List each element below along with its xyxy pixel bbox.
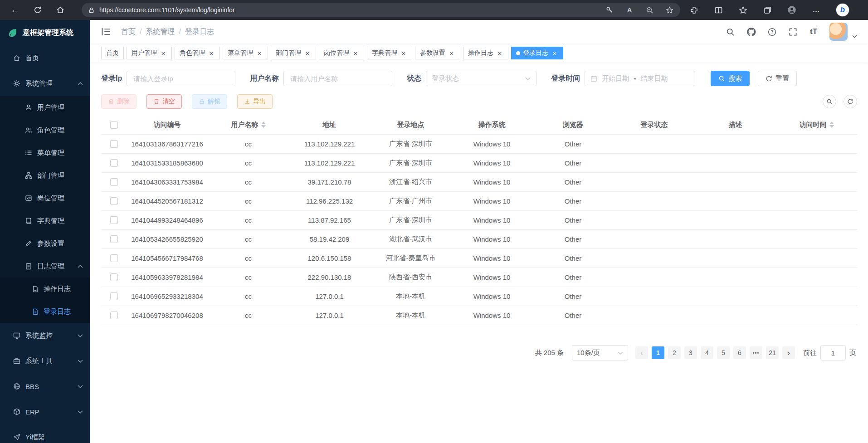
favorites-star-icon[interactable] [738, 5, 747, 15]
tab[interactable]: 操作日志 × [463, 47, 508, 59]
page-number-button[interactable]: 3 [684, 346, 697, 359]
login-ip-input[interactable] [127, 71, 235, 86]
sidebar-item-menu-management[interactable]: 菜单管理 [0, 141, 90, 164]
page-size-select[interactable]: 10条/页 [572, 345, 628, 360]
sidebar-item-yi-framework[interactable]: Yi框架 [0, 424, 90, 443]
sidebar-item-log-management[interactable]: 日志管理 [0, 255, 90, 277]
add-favorite-star-icon[interactable] [665, 5, 674, 15]
tab-close-icon[interactable]: × [304, 49, 311, 57]
font-size-button[interactable]: tT [809, 27, 819, 37]
help-button[interactable]: ? [767, 27, 777, 37]
row-checkbox[interactable] [110, 273, 118, 281]
sidebar-item-user-management[interactable]: 用户管理 [0, 96, 90, 119]
sidebar-item-system-monitor[interactable]: 系统监控 [0, 323, 90, 348]
page-number-button[interactable]: 5 [717, 346, 730, 359]
reset-button[interactable]: 重置 [758, 71, 797, 86]
tab-close-icon[interactable]: × [448, 49, 455, 57]
app-logo[interactable]: 意框架管理系统 [0, 20, 90, 45]
tab-close-icon[interactable]: × [256, 49, 263, 57]
sidebar-item-department-management[interactable]: 部门管理 [0, 164, 90, 187]
collections-icon[interactable] [763, 5, 772, 15]
tab[interactable]: 字典管理 × [367, 47, 412, 59]
tab[interactable]: 岗位管理 × [319, 47, 364, 59]
last-page-button[interactable]: 21 [766, 346, 779, 359]
toggle-search-button[interactable] [823, 95, 836, 108]
row-checkbox[interactable] [110, 254, 118, 262]
tab-close-icon[interactable]: × [400, 49, 407, 57]
row-checkbox[interactable] [110, 178, 118, 186]
address-bar[interactable]: https://ccnetcore.com:1101/system/log/lo… [82, 3, 680, 17]
sidebar-item-erp[interactable]: ERP [0, 399, 90, 424]
browser-profile-icon[interactable] [787, 5, 796, 15]
sort-icon[interactable] [829, 122, 834, 128]
tab-close-icon[interactable]: × [352, 49, 359, 57]
username-input[interactable] [283, 71, 392, 86]
refresh-table-button[interactable] [844, 95, 857, 108]
sidebar-item-operation-log[interactable]: 操作日志 [0, 277, 90, 300]
tab-close-icon[interactable]: × [160, 49, 167, 57]
tab[interactable]: 用户管理 × [127, 47, 172, 59]
browser-home-button[interactable] [53, 2, 68, 18]
sidebar-item-role-management[interactable]: 角色管理 [0, 119, 90, 141]
row-checkbox[interactable] [110, 312, 118, 319]
unlock-button[interactable]: 解锁 [192, 94, 227, 109]
tab[interactable]: 参数设置 × [415, 47, 460, 59]
breadcrumb-home[interactable]: 首页 [121, 27, 136, 37]
tab[interactable]: 首页 × [101, 47, 124, 59]
split-screen-icon[interactable] [714, 5, 723, 15]
tab[interactable]: 部门管理 × [271, 47, 316, 59]
date-range-picker[interactable]: 开始日期 - 结束日期 [585, 71, 695, 86]
password-key-icon[interactable] [605, 5, 614, 15]
sidebar-item-dictionary-management[interactable]: 字典管理 [0, 209, 90, 232]
row-checkbox[interactable] [110, 140, 118, 148]
user-avatar[interactable] [829, 23, 848, 41]
goto-page-input[interactable] [820, 345, 846, 360]
page-number-button[interactable]: 4 [701, 346, 713, 359]
sidebar-item-system-management[interactable]: 系统管理 [0, 71, 90, 96]
sidebar-item-system-tools[interactable]: 系统工具 [0, 348, 90, 374]
tab-close-icon[interactable]: × [208, 49, 215, 57]
column-header-visit-time[interactable]: 访问时间 [776, 115, 857, 134]
prev-page-button[interactable]: ‹ [635, 346, 648, 359]
sort-icon[interactable] [261, 122, 266, 128]
row-checkbox[interactable] [110, 216, 118, 224]
tab[interactable]: 角色管理 × [175, 47, 220, 59]
delete-button[interactable]: 删除 [101, 94, 137, 109]
search-button[interactable]: 搜索 [711, 71, 750, 86]
browser-back-button[interactable]: ← [7, 2, 23, 18]
sidebar-item-home[interactable]: 首页 [0, 45, 90, 71]
page-number-button[interactable]: 2 [668, 346, 681, 359]
tab-close-icon[interactable]: × [496, 49, 503, 57]
clear-button[interactable]: 清空 [146, 94, 182, 109]
browser-refresh-button[interactable] [30, 2, 45, 18]
fullscreen-button[interactable] [788, 27, 798, 37]
more-pages-button[interactable]: ••• [750, 346, 762, 359]
header-search-button[interactable] [725, 27, 735, 37]
tab[interactable]: 菜单管理 × [223, 47, 268, 59]
row-checkbox[interactable] [110, 197, 118, 205]
export-button[interactable]: 导出 [237, 94, 273, 109]
browser-settings-menu-icon[interactable]: … [812, 5, 821, 15]
sidebar-item-post-management[interactable]: 岗位管理 [0, 187, 90, 209]
page-number-button[interactable]: 6 [733, 346, 746, 359]
sidebar-item-parameter-settings[interactable]: 参数设置 [0, 232, 90, 255]
sidebar-item-bbs[interactable]: BBS [0, 374, 90, 399]
sidebar-item-login-log[interactable]: 登录日志 [0, 300, 90, 323]
select-all-checkbox[interactable] [110, 121, 118, 129]
bing-discover-icon[interactable]: b [836, 4, 849, 16]
column-header-username[interactable]: 用户名称 [208, 115, 289, 134]
read-aloud-icon[interactable]: A [625, 5, 634, 15]
page-number-button[interactable]: 1 [652, 346, 664, 359]
row-checkbox[interactable] [110, 235, 118, 243]
extensions-puzzle-icon[interactable] [689, 5, 698, 15]
github-button[interactable] [746, 27, 756, 37]
avatar-caret-down-icon[interactable] [852, 35, 857, 38]
status-select[interactable]: 登录状态 [426, 71, 536, 86]
tab[interactable]: 登录日志 × [511, 47, 563, 59]
breadcrumb-system[interactable]: 系统管理 [146, 27, 175, 37]
row-checkbox[interactable] [110, 292, 118, 300]
next-page-button[interactable]: › [782, 346, 795, 359]
collapse-sidebar-button[interactable] [101, 26, 112, 37]
row-checkbox[interactable] [110, 159, 118, 167]
zoom-out-icon[interactable] [645, 5, 654, 15]
